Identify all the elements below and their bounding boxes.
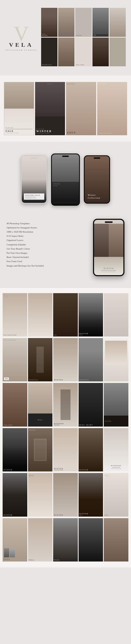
phone-mockup-3: Winter Collection bbox=[84, 155, 110, 204]
gallery-letter: VL bbox=[4, 294, 9, 299]
gallery-item-label: FYLA bbox=[105, 515, 128, 516]
gallery-item-label: FALL bbox=[79, 334, 102, 336]
gallery-mini-figures bbox=[4, 548, 26, 557]
gallery-item-label: TRENDS bbox=[54, 424, 77, 426]
template-label: WINTER bbox=[76, 35, 91, 36]
feature-list-area: 40 Photoshop Templates Optimized for Ins… bbox=[7, 219, 88, 268]
gallery-item: MINI SKIRT bbox=[79, 383, 103, 426]
phone-notch bbox=[31, 157, 37, 159]
divider bbox=[6, 129, 32, 129]
gallery-text: LOOK STORY bbox=[3, 424, 26, 426]
phone-large-content: WINTER COLLECTION bbox=[94, 265, 123, 275]
gallery-text: WINTER Collection bbox=[54, 468, 77, 471]
gallery-top-label: Life Collection bbox=[4, 339, 16, 341]
gallery-text: WINTER/FALL bbox=[79, 379, 102, 381]
gallery-bg bbox=[53, 383, 78, 426]
gallery-item: 50% bbox=[28, 473, 53, 516]
gallery-center-dark bbox=[61, 389, 70, 420]
gallery-item: WINTER bbox=[53, 338, 78, 381]
phone-divider bbox=[53, 203, 78, 203]
phone-large-screen: WINTER COLLECTION bbox=[94, 220, 123, 275]
gallery-item: WINTER bbox=[79, 428, 103, 471]
gallery-big-text: 50% bbox=[29, 474, 34, 477]
gallery-text: FALL bbox=[29, 559, 52, 561]
phone-mockup-1: Winter Sale WINTER SALE bbox=[21, 155, 47, 204]
fall-label: FALL bbox=[4, 558, 26, 560]
split-label: Winter bbox=[38, 419, 43, 421]
phone-large-notch bbox=[105, 221, 113, 223]
split-dark-bottom: WINTER bbox=[104, 416, 128, 427]
gallery-item-label: Collection bbox=[54, 469, 77, 471]
gallery-item: WINTER/FALL bbox=[79, 338, 103, 381]
template-card bbox=[58, 38, 74, 67]
gallery-item-title: WINTER bbox=[79, 469, 102, 471]
gallery-row-3: LOOK STORY Winter bbox=[3, 383, 128, 426]
phone-inner-label: WINTER bbox=[53, 183, 60, 185]
gallery-center-label: WINTER bbox=[111, 465, 121, 467]
brand-subtitle: INSTAGRAM STORIES bbox=[5, 49, 37, 51]
gallery-item: LOOK STORY bbox=[3, 383, 27, 426]
gallery-item: WINTER Collection bbox=[53, 428, 78, 471]
feature-item: Free Fonts Used bbox=[7, 259, 88, 263]
gallery-text: 50% bbox=[54, 334, 77, 336]
gallery-inner-box bbox=[36, 347, 44, 373]
gallery-text: WINTER 50%+ bbox=[79, 513, 102, 516]
gallery-item: Winter bbox=[28, 383, 53, 426]
gallery-item-title: FALL bbox=[29, 559, 52, 561]
gallery-item: WINTER COLLECTION bbox=[104, 428, 128, 471]
gallery-item: 50% FYLA bbox=[104, 473, 128, 516]
gallery-item: 50% bbox=[53, 293, 78, 336]
gallery-watermark: 50% bbox=[105, 474, 109, 477]
gallery-figure bbox=[28, 338, 53, 381]
gallery-item: WINTER bbox=[3, 473, 27, 516]
gallery-text: WINTER bbox=[3, 469, 26, 471]
feature-item: 1080 x 1920 HD Resolution bbox=[7, 230, 88, 234]
gallery-item: Life Collection 50% bbox=[3, 338, 27, 381]
gallery-item-label: 50% bbox=[54, 334, 77, 336]
gallery-item: FALL bbox=[28, 518, 53, 562]
phone-label: Winter Sale bbox=[25, 194, 43, 196]
phone-figure-top bbox=[52, 154, 79, 182]
gallery-text: WINTER bbox=[54, 379, 77, 381]
gallery-text: MODERN TRENDS bbox=[54, 423, 77, 426]
winter-card-4: WINTER COLLECTION bbox=[97, 82, 127, 135]
gallery-item-label: Life Collection bbox=[3, 334, 26, 336]
phone-large-label: WINTER bbox=[97, 267, 121, 269]
winter-card-3: WINTER LUCY bbox=[66, 82, 96, 135]
gallery-dark-bg bbox=[3, 473, 27, 516]
feature-item: 40 Photoshop Templates bbox=[7, 221, 88, 226]
phone-large-sublabel: COLLECTION bbox=[97, 271, 121, 273]
feature-item: Basic Tutorial Included bbox=[7, 255, 88, 259]
gallery-item-title: WINTER bbox=[3, 514, 26, 516]
winter-card-title: SALE bbox=[6, 130, 32, 132]
gallery-text: WINTER/FALL bbox=[29, 379, 52, 381]
figure-right bbox=[109, 224, 123, 257]
phone-notch bbox=[94, 157, 100, 159]
phone-large: WINTER COLLECTION bbox=[93, 219, 124, 276]
gallery-item-title: WINTER bbox=[54, 379, 77, 381]
gallery-text: WINTER FALL bbox=[79, 333, 102, 336]
gallery-text: FALL bbox=[54, 559, 77, 561]
split-dark-label: WINTER bbox=[105, 421, 111, 422]
gallery-section: VL Life Collection 50% WINTER bbox=[0, 288, 131, 568]
split-top bbox=[28, 383, 53, 413]
gallery-item: WINTER bbox=[3, 428, 27, 471]
template-card: WINTER bbox=[75, 8, 91, 37]
gallery-item bbox=[104, 518, 128, 562]
gallery-item-label: LOOK STORY bbox=[3, 424, 26, 426]
gallery-text: WINTER bbox=[54, 514, 77, 516]
gallery-item-title: WINTER bbox=[3, 469, 26, 471]
gallery-text: Life Collection bbox=[3, 334, 26, 336]
gallery-item-label: 50%+ bbox=[79, 515, 102, 516]
gallery-row-5: WINTER 50% WINTER WINT bbox=[3, 473, 128, 516]
template-card: 50% bbox=[92, 8, 109, 37]
phone-winter-text: Winter bbox=[88, 194, 106, 197]
gallery-item-title: MINI SKIRT bbox=[79, 424, 102, 426]
brand-logo: V VELA INSTAGRAM STORIES bbox=[5, 23, 37, 51]
template-label: WINTER bbox=[42, 35, 57, 36]
gallery-row-2: Life Collection 50% WINTER/FALL WINTER bbox=[3, 338, 128, 381]
phone-screen-3: Winter Collection bbox=[85, 156, 109, 203]
phone-screen-content: Winter Collection bbox=[85, 156, 109, 203]
gallery-text: MINI SKIRT bbox=[79, 424, 102, 426]
template-label: MINI SKIRT bbox=[76, 64, 91, 66]
